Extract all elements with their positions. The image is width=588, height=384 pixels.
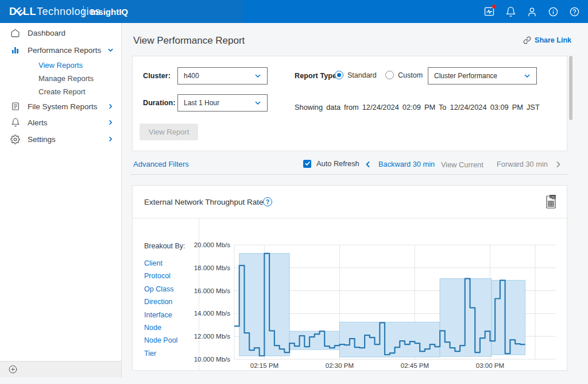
chevron-left-icon[interactable]	[365, 161, 372, 168]
sidebar-item-alerts[interactable]: Alerts	[0, 114, 121, 130]
chevron-right-icon	[107, 120, 114, 126]
cluster-select-value: h400	[184, 72, 199, 80]
home-icon	[10, 28, 20, 38]
chevron-right-icon	[107, 103, 114, 110]
radio-standard-label: Standard	[347, 71, 377, 79]
time-toolbar: Advanced Filters Auto Refresh Backward 3…	[131, 155, 567, 175]
bar-chart-icon	[10, 45, 20, 55]
chevron-right-icon[interactable]	[555, 161, 562, 168]
svg-text:12.000 Mb/s: 12.000 Mb/s	[194, 333, 231, 340]
svg-text:18.000 Mb/s: 18.000 Mb/s	[194, 264, 231, 271]
monitoring-activity-icon[interactable]	[483, 6, 495, 17]
brand-divider	[83, 6, 84, 17]
svg-text:02:15 PM: 02:15 PM	[250, 362, 278, 369]
duration-select-value: Last 1 Hour	[184, 99, 219, 107]
svg-text:03:00 PM: 03:00 PM	[476, 362, 504, 369]
radio-button-icon[interactable]	[385, 71, 394, 79]
advanced-filters-link[interactable]: Advanced Filters	[133, 160, 189, 168]
gear-icon	[10, 135, 20, 144]
sidebar-subitem-view-reports[interactable]: View Reports	[0, 59, 121, 72]
top-bar: DELLTechnologies InsightIQ	[0, 0, 588, 23]
chevron-down-icon	[254, 72, 261, 79]
user-profile-icon[interactable]	[526, 6, 537, 17]
breakout-link-tier[interactable]: Tier	[144, 350, 156, 358]
backward-30-min-label: Backward 30 min	[378, 160, 435, 168]
duration-label: Duration:	[143, 99, 175, 107]
info-icon[interactable]	[547, 6, 559, 17]
auto-refresh-control[interactable]: Auto Refresh	[303, 159, 359, 168]
report-select[interactable]: Cluster Performance	[428, 67, 537, 85]
cluster-select[interactable]: h400	[177, 67, 268, 85]
svg-text:20.000 Mb/s: 20.000 Mb/s	[194, 241, 231, 248]
report-select-value: Cluster Performance	[434, 72, 497, 80]
sidebar-subitem-create-report[interactable]: Create Report	[0, 85, 121, 98]
forward-30-min-button[interactable]: Forward 30 min	[497, 160, 562, 168]
sidebar-item-settings[interactable]: Settings	[0, 130, 121, 148]
alerts-bell-icon[interactable]	[505, 6, 516, 17]
file-text-icon	[10, 102, 20, 112]
sidebar-item-label: Alerts	[28, 118, 48, 127]
auto-refresh-label: Auto Refresh	[316, 159, 359, 168]
sidebar-subitem-manage-reports[interactable]: Manage Reports	[0, 72, 121, 85]
sidebar-item-label: File System Reports	[28, 102, 98, 111]
breakout-link-interface[interactable]: Interface	[144, 311, 172, 319]
sidebar-item-label: Dashboard	[28, 29, 65, 37]
cluster-label: Cluster:	[143, 72, 171, 80]
view-current-button[interactable]: View Current	[441, 160, 483, 169]
bell-icon	[10, 118, 20, 128]
breakout-link-protocol[interactable]: Protocol	[144, 272, 171, 280]
export-csv-icon[interactable]: CSV	[544, 194, 558, 210]
breakout-link-op-class[interactable]: Op Class	[144, 285, 173, 293]
sidebar-footer	[0, 361, 122, 377]
chevron-down-icon	[254, 99, 261, 106]
radio-custom[interactable]: Custom	[385, 71, 423, 79]
collapse-sidebar-icon[interactable]	[8, 364, 18, 374]
auto-refresh-checkbox[interactable]	[303, 160, 311, 168]
sidebar: Dashboard Performance Reports View Repor…	[0, 23, 122, 368]
dell-technologies-logo[interactable]: DELLTechnologies	[9, 0, 100, 23]
notification-badge-dot	[492, 5, 496, 9]
sidebar-item-performance-reports[interactable]: Performance Reports	[0, 41, 121, 59]
share-link[interactable]: Share Link	[523, 36, 571, 44]
svg-text:16.000 Mb/s: 16.000 Mb/s	[194, 287, 231, 294]
page-title: View Performance Report	[133, 35, 245, 47]
backward-30-min-button[interactable]: Backward 30 min	[365, 160, 435, 168]
vertical-scrollbar-thumb[interactable]	[569, 56, 572, 120]
sidebar-item-file-system-reports[interactable]: File System Reports	[0, 98, 121, 114]
topbar-icon-group	[483, 0, 580, 23]
radio-standard[interactable]: Standard	[335, 71, 377, 79]
svg-text:CSV: CSV	[550, 195, 555, 198]
svg-text:14.000 Mb/s: 14.000 Mb/s	[194, 310, 231, 317]
throughput-chart: 10.000 Mb/s12.000 Mb/s14.000 Mb/s16.000 …	[190, 233, 558, 370]
chart-card: External Network Throughput Rate ? CSV B…	[132, 185, 567, 371]
view-report-button[interactable]: View Report	[140, 124, 198, 140]
forward-30-min-label: Forward 30 min	[497, 160, 548, 168]
chevron-down-icon	[107, 47, 114, 53]
showing-data-range-text: Showing data from 12/24/2024 02:09 PM To…	[295, 103, 540, 112]
chart-help-icon[interactable]: ?	[263, 197, 272, 206]
breakout-link-client[interactable]: Client	[144, 259, 163, 267]
product-name[interactable]: InsightIQ	[91, 0, 128, 23]
breakout-link-direction[interactable]: Direction	[144, 298, 172, 306]
radio-button-icon[interactable]	[335, 71, 343, 79]
radio-custom-label: Custom	[398, 71, 423, 79]
report-type-label: Report Type:	[295, 72, 339, 80]
sidebar-item-label: Settings	[28, 135, 56, 144]
breakout-by-label: Breakout By:	[144, 242, 185, 250]
breakout-link-node-pool[interactable]: Node Pool	[144, 336, 177, 344]
chart-header-divider	[133, 218, 567, 218]
link-icon	[523, 36, 531, 44]
filter-panel: Cluster: h400 Report Type: Standard Cust…	[132, 56, 567, 151]
sidebar-item-dashboard[interactable]: Dashboard	[0, 24, 121, 41]
chevron-right-icon	[107, 136, 114, 143]
breakout-link-node[interactable]: Node	[144, 324, 161, 332]
chevron-down-icon	[524, 72, 531, 79]
chart-title: External Network Throughput Rate	[144, 198, 264, 206]
svg-text:02:30 PM: 02:30 PM	[326, 362, 354, 369]
svg-text:02:45 PM: 02:45 PM	[401, 362, 429, 369]
svg-text:10.000 Mb/s: 10.000 Mb/s	[194, 356, 231, 363]
share-link-label: Share Link	[535, 36, 571, 44]
main-content: View Performance Report Share Link Clust…	[122, 23, 588, 384]
help-icon[interactable]	[568, 6, 580, 17]
duration-select[interactable]: Last 1 Hour	[177, 94, 268, 112]
